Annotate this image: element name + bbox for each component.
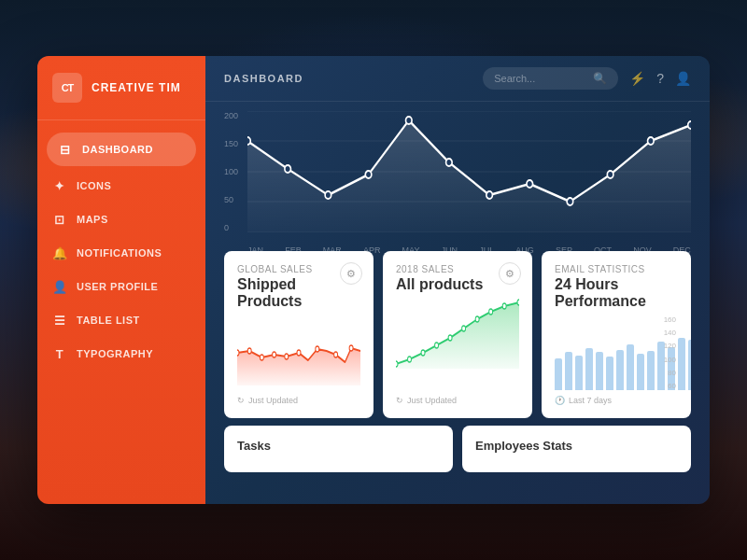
logo-badge: CT <box>52 73 82 103</box>
svg-point-6 <box>285 165 291 173</box>
logo-text: CREATIVE TIM <box>92 81 181 94</box>
page-title: DASHBOARD <box>224 73 483 84</box>
user-profile-icon: 👤 <box>52 279 67 294</box>
svg-point-11 <box>486 191 493 199</box>
svg-point-29 <box>435 343 439 348</box>
bar-5 <box>596 352 603 390</box>
svg-point-16 <box>688 121 691 129</box>
sidebar-item-label-typography: TYPOGRAPHY <box>77 348 153 359</box>
sidebar-item-table-list[interactable]: ☰ TABLE LIST <box>37 303 205 337</box>
maps-icon: ⊡ <box>52 212 67 227</box>
cards-row-1: Global Sales Shipped Products ⚙ <box>215 251 700 426</box>
main-chart: 200 150 100 50 0 <box>205 102 710 251</box>
bar-3 <box>575 356 583 391</box>
svg-point-26 <box>396 361 398 367</box>
card-label-24h: Email Statistics <box>555 264 678 274</box>
svg-point-25 <box>349 345 353 351</box>
svg-point-31 <box>462 326 466 331</box>
chart-svg-wrap <box>247 111 691 242</box>
svg-point-9 <box>406 117 413 124</box>
sidebar-item-label-user-profile: USER PROFILE <box>77 281 158 292</box>
typography-icon: T <box>52 346 67 361</box>
card-footer-24h: 🕐 Last 7 days <box>555 396 678 405</box>
dashboard-container: CT CREATIVE TIM ⊟ DASHBOARD ✦ ICONS ⊡ MA… <box>37 56 710 504</box>
chart-y-labels: 200 150 100 50 0 <box>224 111 238 232</box>
card-employees-stats: Employees Stats <box>462 426 691 472</box>
card-shipped-products: Global Sales Shipped Products ⚙ <box>224 251 374 418</box>
clock-icon-24h: 🕐 <box>555 396 565 405</box>
card-settings-shipped[interactable]: ⚙ <box>340 262 362 285</box>
notifications-icon: 🔔 <box>52 245 67 260</box>
svg-point-30 <box>448 335 452 341</box>
sidebar-nav: ⊟ DASHBOARD ✦ ICONS ⊡ MAPS 🔔 NOTIFICATIO… <box>37 120 205 380</box>
sidebar-item-user-profile[interactable]: 👤 USER PROFILE <box>37 270 205 303</box>
activity-icon[interactable]: ⚡ <box>629 71 645 86</box>
update-icon-all: ↻ <box>396 396 403 405</box>
svg-point-18 <box>247 348 251 354</box>
logo-initials: CT <box>62 82 74 93</box>
svg-point-21 <box>285 354 289 359</box>
sidebar-item-label-notifications: NOTIFICATIONS <box>77 247 162 259</box>
header-icons: ⚡ ? 👤 <box>629 71 691 86</box>
header: DASHBOARD 🔍 ⚡ ? 👤 <box>205 56 710 102</box>
svg-point-27 <box>408 357 412 362</box>
cards-row-2: Tasks Employees Stats <box>215 426 700 472</box>
card-footer-shipped: ↻ Just Updated <box>237 396 360 405</box>
card-title-shipped: Shipped Products <box>237 276 360 310</box>
sidebar-item-notifications[interactable]: 🔔 NOTIFICATIONS <box>37 236 205 270</box>
svg-point-34 <box>502 303 506 309</box>
search-icon: 🔍 <box>593 72 607 85</box>
svg-point-19 <box>260 355 263 360</box>
sidebar-item-label-dashboard: DASHBOARD <box>82 144 153 155</box>
card-settings-all[interactable]: ⚙ <box>499 262 521 285</box>
user-icon[interactable]: 👤 <box>675 71 691 86</box>
update-text-all: Just Updated <box>407 396 457 405</box>
bar-4 <box>585 348 593 390</box>
help-icon[interactable]: ? <box>656 71 664 86</box>
card-title-employees: Employees Stats <box>475 439 572 453</box>
bar-chart <box>555 315 657 390</box>
card-chart-shipped <box>237 315 360 390</box>
bar-13 <box>678 338 685 390</box>
update-icon-shipped: ↻ <box>237 396 245 405</box>
bar-1 <box>555 358 562 390</box>
sidebar-item-icons[interactable]: ✦ ICONS <box>37 169 205 203</box>
bar-14 <box>688 340 691 390</box>
card-24h-performance: Email Statistics 24 Hours Performance 16… <box>542 251 691 418</box>
search-box: 🔍 <box>483 67 618 90</box>
card-all-products: 2018 Sales All products ⚙ <box>383 251 532 418</box>
icons-icon: ✦ <box>52 178 67 193</box>
sidebar-logo: CT CREATIVE TIM <box>37 56 205 120</box>
card-tasks: Tasks <box>224 426 453 472</box>
svg-point-32 <box>475 316 479 322</box>
bar-8 <box>627 344 634 390</box>
main-line-chart <box>247 111 691 232</box>
svg-point-17 <box>237 350 239 356</box>
sidebar-item-typography[interactable]: T TYPOGRAPHY <box>37 337 205 371</box>
bar-7 <box>616 350 624 391</box>
svg-point-5 <box>247 137 250 145</box>
search-input[interactable] <box>494 73 587 84</box>
sidebar-item-dashboard[interactable]: ⊟ DASHBOARD <box>47 133 196 166</box>
update-text-shipped: Just Updated <box>248 396 298 405</box>
svg-point-15 <box>648 137 655 145</box>
card-chart-all <box>396 299 519 390</box>
cards-area: Global Sales Shipped Products ⚙ <box>205 251 710 504</box>
dashboard-icon: ⊟ <box>58 142 73 157</box>
card-footer-all: ↻ Just Updated <box>396 396 519 405</box>
svg-point-14 <box>607 171 613 178</box>
card-title-24h: 24 Hours Performance <box>555 276 678 310</box>
svg-point-13 <box>567 198 573 205</box>
bar-9 <box>637 354 644 390</box>
svg-point-20 <box>273 352 276 357</box>
svg-point-33 <box>489 309 493 315</box>
sidebar-item-maps[interactable]: ⊡ MAPS <box>37 203 205 236</box>
card-chart-24h: 160 140 120 100 80 60 <box>555 315 678 390</box>
sidebar-item-label-table-list: TABLE LIST <box>77 315 140 326</box>
bar-6 <box>606 357 613 390</box>
sidebar-item-label-icons: ICONS <box>77 180 111 191</box>
card-title-tasks: Tasks <box>237 439 271 453</box>
bar-2 <box>565 352 572 390</box>
svg-point-12 <box>527 180 533 188</box>
sidebar: CT CREATIVE TIM ⊟ DASHBOARD ✦ ICONS ⊡ MA… <box>37 56 205 504</box>
